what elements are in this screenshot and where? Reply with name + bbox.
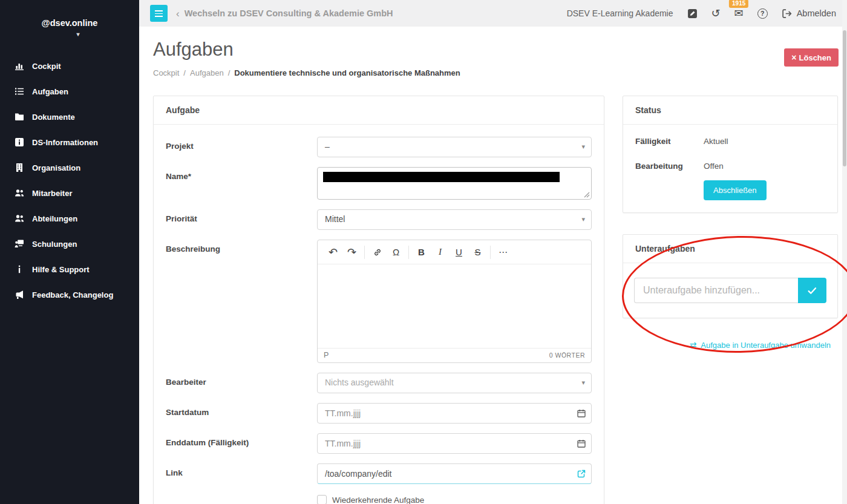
hamburger-menu-button[interactable] [150, 5, 168, 22]
sidebar-item-label: Cockpit [32, 62, 61, 71]
bearbeiter-select[interactable]: Nichts ausgewählt ▾ [317, 373, 592, 393]
task-card: Aufgabe Projekt – ▾ [153, 96, 604, 504]
projekt-select[interactable]: – ▾ [317, 137, 592, 157]
link-icon[interactable] [368, 243, 387, 261]
users-icon [15, 214, 24, 223]
bearbeiter-placeholder: Nichts ausgewählt [325, 378, 394, 387]
redaction-bar [323, 172, 560, 182]
sidebar-item-mitarbeiter[interactable]: Mitarbeiter [0, 180, 139, 206]
page-title: Aufgaben [153, 39, 839, 61]
sidebar-item-schulungen[interactable]: Schulungen [0, 231, 139, 257]
convert-to-subtask-link[interactable]: ⇄ Aufgabe in Unteraufgabe umwandeln [623, 340, 838, 350]
subtask-input[interactable] [634, 278, 798, 303]
sidebar-item-abteilungen[interactable]: Abteilungen [0, 206, 139, 231]
toolbar-divider [490, 246, 491, 259]
building-icon [15, 163, 24, 172]
due-value: Aktuell [704, 137, 728, 146]
caret-down-icon: ▾ [581, 215, 585, 223]
switch-company-link[interactable]: ‹ Wechseln zu DSEV Consulting & Akademie… [176, 8, 393, 19]
field-name: Name* Dokumentiere technische und organi… [166, 167, 592, 200]
swap-arrows-icon: ⇄ [690, 340, 697, 350]
startdatum-input[interactable] [317, 403, 592, 424]
name-label: Name* [166, 167, 317, 200]
scrollbar-thumb[interactable] [843, 30, 846, 166]
account-switcher[interactable]: @dsev.online ▾ [0, 0, 139, 38]
breadcrumb-cockpit[interactable]: Cockpit [153, 68, 179, 77]
projekt-value: – [325, 142, 330, 151]
status-card: Status Fälligkeit Aktuell Bearbeitung Of… [623, 96, 838, 213]
resize-grip-icon[interactable] [584, 192, 590, 198]
undo-icon[interactable]: ↶ [324, 243, 342, 261]
task-card-body: Projekt – ▾ Name* [154, 125, 604, 504]
sidebar-item-label: Feedback, Changelog [32, 290, 113, 299]
complete-button[interactable]: Abschließen [704, 180, 767, 200]
more-options-icon[interactable]: ⋯ [494, 243, 512, 261]
help-icon[interactable]: ? [757, 8, 768, 19]
breadcrumb-separator: / [183, 68, 186, 77]
editor-toolbar: ↶ ↷ Ω B I [318, 240, 591, 264]
editor-content[interactable] [318, 264, 591, 348]
sidebar-item-label: Organisation [32, 163, 80, 172]
hamburger-icon [155, 10, 163, 17]
task-list-icon [15, 87, 24, 96]
sidebar-item-aufgaben[interactable]: Aufgaben [0, 79, 139, 104]
sidebar-item-organisation[interactable]: Organisation [0, 155, 139, 180]
envelope-icon: ✉ [734, 8, 744, 19]
sidebar-item-feedback-changelog[interactable]: Feedback, Changelog [0, 282, 139, 307]
name-textarea[interactable]: Dokumentiere technische und organisatori… [317, 167, 592, 200]
projekt-label: Projekt [166, 137, 317, 157]
breadcrumb: Cockpit / Aufgaben / Dokumentiere techni… [153, 68, 839, 77]
recurring-checkbox[interactable] [317, 495, 327, 504]
switch-company-label: Wechseln zu DSEV Consulting & Akademie G… [185, 8, 393, 18]
folder-icon [15, 112, 24, 122]
sidebar-item-label: Aufgaben [32, 87, 68, 96]
redo-icon[interactable]: ↷ [342, 243, 361, 261]
editor-block-type: P [324, 351, 329, 359]
bar-chart-icon [15, 61, 24, 71]
prioritaet-value: Mittel [325, 214, 345, 224]
sidebar-item-label: Mitarbeiter [32, 189, 72, 198]
history-icon[interactable]: ↺ [711, 8, 721, 19]
state-label: Bearbeitung [635, 162, 704, 171]
edit-square-icon[interactable] [687, 8, 698, 19]
sidebar-item-hilfe-support[interactable]: Hilfe & Support [0, 257, 139, 282]
sidebar: @dsev.online ▾ Cockpit Aufgaben Dokument… [0, 0, 139, 504]
sidebar-item-cockpit[interactable]: Cockpit [0, 53, 139, 79]
prioritaet-select[interactable]: Mittel ▾ [317, 209, 592, 230]
bold-button[interactable]: B [412, 243, 431, 261]
editor-statusbar: P 0 WÖRTER [318, 348, 591, 362]
italic-button[interactable]: I [431, 243, 450, 261]
sidebar-item-dokumente[interactable]: Dokumente [0, 104, 139, 129]
calendar-icon[interactable] [577, 408, 586, 421]
columns: Aufgabe Projekt – ▾ [153, 96, 839, 504]
recurring-label: Wiederkehrende Aufgabe [332, 496, 424, 504]
message-count-badge: 1915 [729, 0, 748, 8]
topbar: ‹ Wechseln zu DSEV Consulting & Akademie… [139, 0, 847, 27]
field-recurring: Wiederkehrende Aufgabe [166, 494, 592, 504]
external-link-icon[interactable] [577, 469, 586, 481]
account-name: DSEV E-Learning Akademie [567, 8, 673, 18]
caret-down-icon: ▾ [581, 143, 585, 151]
logout-button[interactable]: Abmelden [782, 8, 836, 19]
link-label: Link [166, 463, 317, 484]
link-input[interactable] [317, 463, 592, 484]
toolbar-divider [364, 246, 365, 259]
caret-down-icon: ▾ [74, 31, 82, 38]
app-window: @dsev.online ▾ Cockpit Aufgaben Dokument… [0, 0, 847, 504]
enddatum-input[interactable] [317, 433, 592, 454]
status-card-title: Status [623, 96, 837, 125]
special-char-button[interactable]: Ω [387, 243, 405, 261]
calendar-icon[interactable] [577, 439, 586, 451]
beschreibung-label: Beschreibung [166, 240, 317, 363]
content: Aufgaben Cockpit / Aufgaben / Dokumentie… [139, 27, 847, 504]
underline-button[interactable]: U [450, 243, 468, 261]
sidebar-item-label: Hilfe & Support [32, 265, 90, 274]
info-square-icon [15, 137, 24, 147]
status-row-due: Fälligkeit Aktuell [635, 137, 825, 146]
strikethrough-button[interactable]: S [468, 243, 487, 261]
messages-icon[interactable]: 1915 ✉ [734, 8, 744, 19]
add-subtask-button[interactable] [798, 278, 826, 303]
breadcrumb-aufgaben[interactable]: Aufgaben [190, 68, 224, 77]
delete-button[interactable]: × Löschen [784, 48, 839, 67]
sidebar-item-ds-informationen[interactable]: DS-Informationen [0, 129, 139, 155]
